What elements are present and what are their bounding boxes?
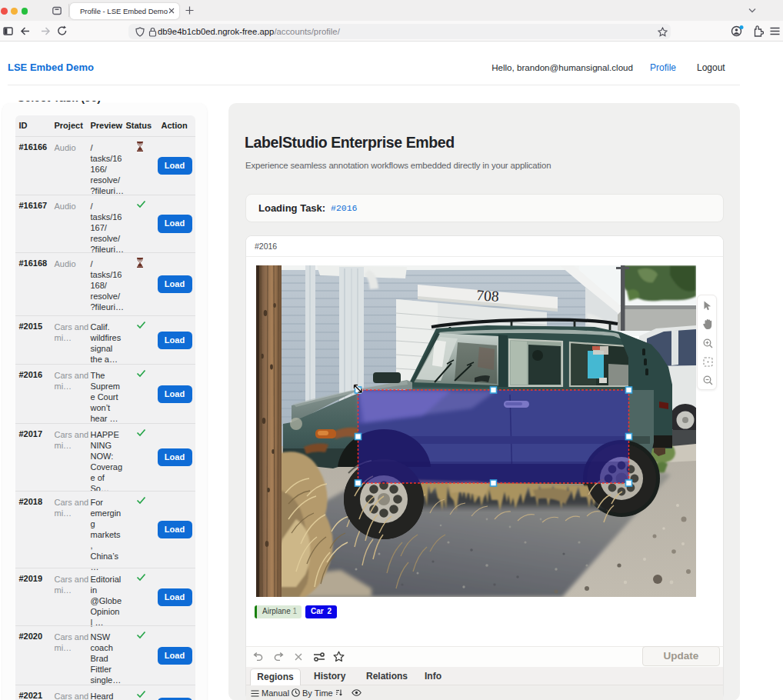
svg-text:708: 708 <box>475 287 499 305</box>
